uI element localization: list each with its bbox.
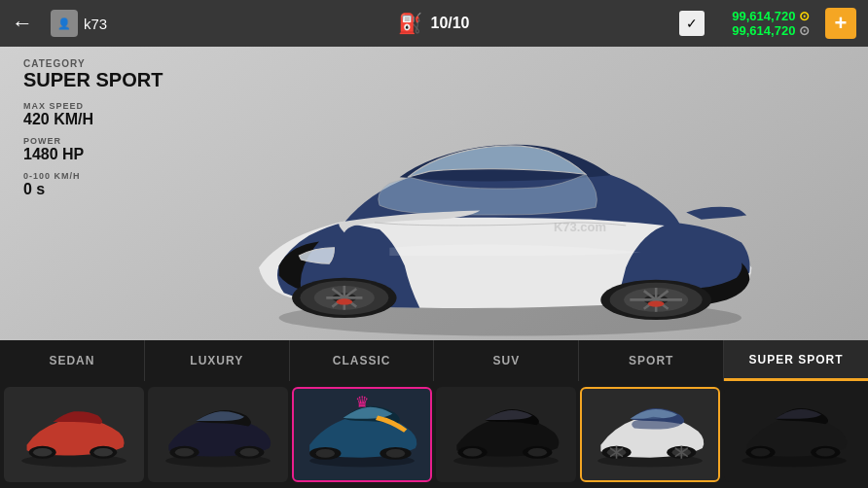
acceleration-value: 0 s — [23, 181, 163, 198]
svg-point-31 — [316, 449, 335, 458]
max-speed-label: MAX SPEED — [23, 101, 163, 111]
tab-luxury[interactable]: LUXURY — [145, 340, 290, 381]
fuel-amount: 10/10 — [430, 15, 469, 32]
svg-point-17 — [337, 298, 353, 304]
svg-point-26 — [175, 448, 194, 457]
car-thumbnail-2[interactable] — [148, 387, 288, 482]
tab-suv[interactable]: SUV — [434, 340, 579, 381]
svg-point-33 — [386, 449, 405, 458]
silver-amount: 99,614,720 ⊙ — [732, 23, 810, 38]
svg-point-23 — [93, 448, 112, 457]
svg-point-21 — [33, 448, 52, 457]
category-label: CATEGORY — [23, 58, 163, 69]
category-value: SUPER SPORT — [23, 69, 163, 91]
quest-display: ✓ — [679, 11, 705, 36]
svg-point-28 — [240, 448, 259, 457]
car-image — [78, 47, 832, 348]
user-info: 👤 k73 — [51, 10, 107, 37]
svg-point-54 — [816, 448, 835, 457]
car-thumbnail-3[interactable]: ♛ — [292, 387, 432, 482]
car-thumbnail-4[interactable] — [436, 387, 576, 482]
avatar: 👤 — [51, 10, 78, 37]
svg-point-36 — [463, 448, 482, 457]
svg-point-38 — [528, 448, 547, 457]
tab-super-sport[interactable]: SUPER SPORT — [724, 340, 868, 381]
currency-display: 99,614,720 ⊙ 99,614,720 ⊙ — [732, 9, 810, 38]
power-value: 1480 HP — [23, 146, 163, 163]
crown-icon: ♛ — [355, 393, 369, 411]
gold-amount: 99,614,720 ⊙ — [732, 9, 810, 23]
car-info-panel: CATEGORY SUPER SPORT MAX SPEED 420 KM/H … — [23, 58, 163, 206]
car-thumbnails: ♛ — [0, 381, 868, 488]
car-thumbnail-6[interactable] — [724, 387, 864, 482]
tab-classic[interactable]: CLASSIC — [290, 340, 435, 381]
svg-point-52 — [751, 448, 770, 457]
gold-symbol: ⊙ — [799, 9, 810, 23]
power-label: POWER — [23, 136, 163, 146]
car-thumbnail-1[interactable] — [4, 387, 144, 482]
add-currency-button[interactable]: + — [825, 8, 856, 39]
avatar-icon: 👤 — [57, 17, 71, 30]
header: ← 👤 k73 ⛽ 10/10 ✓ 99,614,720 ⊙ 99,614,72… — [0, 0, 868, 47]
tab-sedan[interactable]: SEDAN — [0, 340, 145, 381]
back-button[interactable]: ← — [12, 11, 33, 36]
acceleration-label: 0-100 KM/H — [23, 171, 163, 181]
username: k73 — [84, 16, 107, 32]
fuel-display: ⛽ 10/10 — [398, 12, 469, 35]
quest-icon: ✓ — [679, 11, 705, 36]
category-tabs: SEDAN LUXURY CLASSIC SUV SPORT SUPER SPO… — [0, 340, 868, 381]
tab-sport[interactable]: SPORT — [579, 340, 724, 381]
fuel-icon: ⛽ — [398, 12, 422, 35]
svg-point-18 — [648, 300, 665, 306]
max-speed-value: 420 KM/H — [23, 111, 163, 128]
silver-symbol: ⊙ — [799, 23, 810, 38]
car-thumbnail-5[interactable] — [580, 387, 720, 482]
